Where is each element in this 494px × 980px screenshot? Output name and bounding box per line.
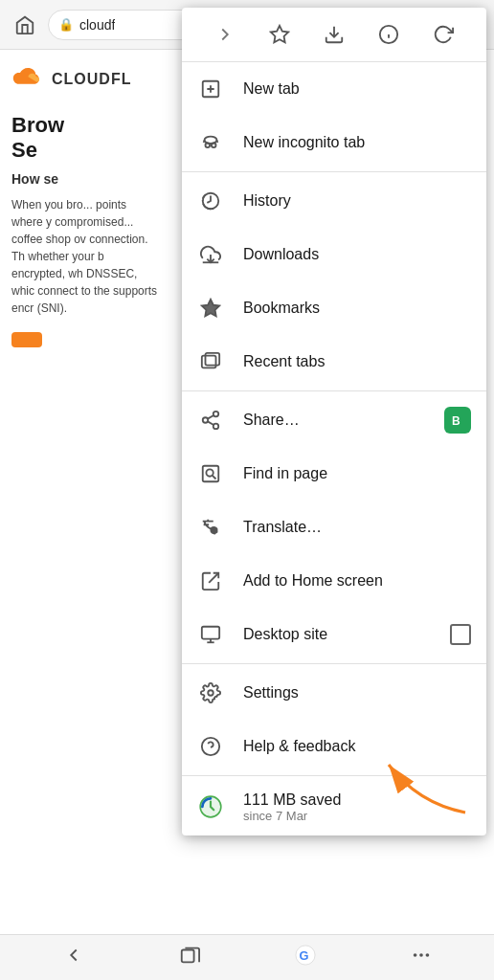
svg-line-17 [216,140,217,143]
history-label: History [243,192,471,210]
page-content: CLOUDFL Brow Se How se When you bro... p… [0,50,172,934]
translate-icon: G [197,517,224,538]
share-icon [197,410,224,431]
new-tab-icon [197,78,224,100]
add-home-icon [197,570,224,591]
menu-item-add-home[interactable]: Add to Home screen [182,554,486,608]
svg-line-33 [209,573,218,583]
desktop-site-label: Desktop site [243,626,431,643]
page-heading: Brow Se [11,113,161,164]
menu-item-find-in-page[interactable]: Find in page [182,447,486,501]
svg-line-31 [213,476,216,479]
menu-item-downloads[interactable]: Downloads [182,228,486,281]
svg-point-37 [208,690,213,696]
page-body: When you bro... points where y compromis… [11,196,161,317]
bookmarks-icon [197,298,224,319]
bottom-nav: G [0,934,494,980]
divider-2 [182,390,486,391]
cf-brand-text: CLOUDFL [52,71,131,88]
menu-download-button[interactable] [306,15,361,54]
settings-label: Settings [243,684,471,702]
menu-star-button[interactable] [252,15,306,54]
menu-item-new-tab[interactable]: New tab [182,62,486,116]
svg-rect-34 [202,627,219,639]
recent-tabs-icon [197,351,224,372]
menu-item-history[interactable]: History [182,174,486,228]
nav-more-button[interactable] [411,945,432,970]
nav-google-button[interactable]: G [295,945,316,970]
svg-point-24 [203,417,209,423]
menu-item-recent-tabs[interactable]: Recent tabs [182,335,486,389]
menu-item-settings[interactable]: Settings [182,666,486,720]
find-icon [197,463,224,484]
incognito-label: New incognito tab [243,134,471,151]
nav-back-button[interactable] [63,945,84,970]
cf-logo: CLOUDFL [11,65,161,94]
recent-tabs-label: Recent tabs [243,353,471,370]
find-in-page-label: Find in page [243,465,471,482]
svg-point-23 [213,412,219,417]
share-badge: B [444,407,471,434]
translate-label: Translate… [243,519,471,536]
svg-line-26 [208,421,213,425]
desktop-site-checkbox[interactable] [450,624,471,645]
svg-marker-5 [271,26,288,42]
data-savings-amount: 111 MB saved [243,791,341,809]
svg-point-47 [425,953,429,957]
downloads-icon [197,244,224,265]
data-savings-icon [197,794,224,819]
cta-button[interactable] [11,332,42,347]
menu-item-help[interactable]: Help & feedback [182,720,486,773]
menu-refresh-button[interactable] [416,15,471,54]
new-tab-label: New tab [243,80,471,98]
svg-rect-42 [181,950,193,963]
svg-point-15 [212,143,216,147]
svg-point-25 [213,424,219,430]
divider-4 [182,775,486,776]
svg-text:G: G [299,948,308,963]
svg-rect-29 [203,466,219,482]
data-savings-since: since 7 Mar [243,809,341,823]
menu-forward-button[interactable] [197,15,252,54]
divider-1 [182,171,486,172]
svg-point-14 [206,143,211,147]
menu-item-new-incognito-tab[interactable]: New incognito tab [182,116,486,169]
data-savings-info: 111 MB saved since 7 Mar [243,791,341,823]
svg-line-16 [204,140,205,143]
menu-top-bar [182,8,486,62]
menu-item-data-savings[interactable]: 111 MB saved since 7 Mar [182,778,486,835]
page-subheading: How se [11,171,161,187]
divider-3 [182,663,486,664]
svg-point-46 [419,953,423,957]
lock-icon: 🔒 [58,17,74,32]
downloads-label: Downloads [243,246,471,263]
bookmarks-label: Bookmarks [243,300,471,317]
menu-info-button[interactable] [362,15,416,54]
home-button[interactable] [8,8,42,42]
share-label: Share… [243,412,425,429]
browser-menu: New tab New incognito tab History [182,8,486,835]
menu-item-translate[interactable]: G Translate… [182,501,486,554]
svg-point-30 [206,469,213,476]
settings-icon [197,682,224,703]
svg-marker-20 [202,300,219,316]
menu-item-desktop-site[interactable]: Desktop site [182,608,486,661]
menu-item-share[interactable]: Share… B [182,393,486,447]
desktop-icon [197,624,224,645]
svg-text:G: G [211,525,217,535]
url-text: cloudf [79,17,115,33]
menu-item-bookmarks[interactable]: Bookmarks [182,281,486,335]
help-icon [197,736,224,757]
help-label: Help & feedback [243,738,471,755]
incognito-icon [197,132,224,153]
svg-text:B: B [452,414,460,428]
svg-line-27 [208,415,213,419]
add-home-label: Add to Home screen [243,572,471,590]
nav-tab-switcher[interactable] [179,945,200,970]
svg-point-45 [413,953,416,957]
history-icon [197,190,224,212]
